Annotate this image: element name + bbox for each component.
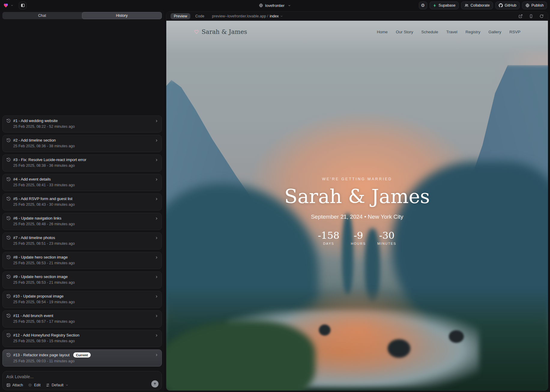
history-item-chevron-right-icon[interactable] xyxy=(155,275,159,279)
app-window: lovefrontier ⚙ Supabase Collaborate GitH… xyxy=(0,0,550,392)
history-item[interactable]: #7 - Add timeline photos 25 Feb 2025, 08… xyxy=(2,232,162,250)
history-item[interactable]: #3 - Fix: Resolve Lucide-react import er… xyxy=(2,154,162,172)
history-item[interactable]: #13 - Refactor index page layout Current… xyxy=(2,349,162,367)
sliders-icon xyxy=(46,383,50,387)
topbar-actions: ⚙ Supabase Collaborate GitHub Publish xyxy=(419,1,547,9)
history-clock-icon xyxy=(6,274,11,279)
history-item[interactable]: #5 - Add RSVP form and guest list 25 Feb… xyxy=(2,193,162,211)
site-nav-link[interactable]: Registry xyxy=(465,30,480,34)
site-nav-link[interactable]: Travel xyxy=(446,30,457,34)
history-item-chevron-right-icon[interactable] xyxy=(155,236,159,240)
history-clock-icon xyxy=(6,235,11,240)
refresh-icon[interactable] xyxy=(539,14,544,18)
history-item-chevron-right-icon[interactable] xyxy=(155,197,159,201)
history-item-timestamp: 25 Feb 2025, 08:43 - 30 minutes ago xyxy=(13,202,158,207)
send-button[interactable] xyxy=(151,380,159,388)
project-globe-icon xyxy=(259,3,263,7)
countdown-cell: -158 DAYS xyxy=(318,230,340,245)
history-item-chevron-right-icon[interactable] xyxy=(155,217,159,220)
mobile-view-icon[interactable] xyxy=(529,14,533,18)
history-item-chevron-right-icon[interactable] xyxy=(155,256,159,259)
supabase-button[interactable]: Supabase xyxy=(430,1,459,9)
history-clock-icon xyxy=(6,177,11,181)
site-nav-link[interactable]: Home xyxy=(377,30,388,34)
history-item-title: #9 - Update hero section image xyxy=(13,274,68,279)
history-clock-icon xyxy=(6,255,11,259)
logo-chevron-down-icon[interactable] xyxy=(11,4,14,7)
history-item[interactable]: #11 - Add brunch event 25 Feb 2025, 08:5… xyxy=(2,310,162,328)
site-brand[interactable]: Sarah & James xyxy=(194,28,247,35)
preview-url-path: index xyxy=(270,14,279,18)
history-item[interactable]: #2 - Add timeline section 25 Feb 2025, 0… xyxy=(2,135,162,152)
hero-title: Sarah & James xyxy=(166,185,548,208)
preview-panel: Preview Code preview--lovefrontier.lovab… xyxy=(166,11,548,391)
history-item[interactable]: #9 - Update hero section image 25 Feb 20… xyxy=(2,271,162,289)
tab-history[interactable]: History xyxy=(82,12,162,19)
site-nav-link[interactable]: Gallery xyxy=(488,30,501,34)
history-item-timestamp: 25 Feb 2025, 08:59 - 15 minutes ago xyxy=(13,339,158,343)
history-item-title: #2 - Add timeline section xyxy=(13,138,56,142)
mode-chevron-down-icon xyxy=(65,384,68,387)
sidebar: Chat History #1 - Add wedding website 25… xyxy=(0,11,164,392)
edit-select-icon xyxy=(28,383,32,387)
lovable-logo-heart-icon[interactable] xyxy=(3,3,9,8)
edit-button[interactable]: Edit xyxy=(28,383,41,387)
history-item-chevron-right-icon[interactable] xyxy=(155,334,159,337)
attach-button[interactable]: Attach xyxy=(6,383,23,387)
history-item[interactable]: #4 - Add event details 25 Feb 2025, 08:4… xyxy=(2,174,162,191)
arrow-up-icon xyxy=(153,382,157,386)
attach-image-icon xyxy=(6,383,11,387)
site-nav-link[interactable]: Schedule xyxy=(421,30,438,34)
brand-heart-icon xyxy=(194,29,199,34)
hero-subtitle: September 21, 2024 • New York City xyxy=(166,214,548,220)
topbar: lovefrontier ⚙ Supabase Collaborate GitH… xyxy=(0,0,550,11)
history-item-chevron-right-icon[interactable] xyxy=(155,158,159,162)
history-item[interactable]: #10 - Update proposal image 25 Feb 2025,… xyxy=(2,291,162,308)
composer-input[interactable]: Ask Lovable... xyxy=(6,374,158,379)
supabase-bolt-icon xyxy=(433,4,437,7)
history-clock-icon xyxy=(6,333,11,337)
hero-eyebrow: WE'RE GETTING MARRIED xyxy=(166,177,548,181)
history-item-chevron-right-icon[interactable] xyxy=(155,139,159,142)
site-nav-link[interactable]: RSVP xyxy=(509,30,521,34)
history-item-timestamp: 25 Feb 2025, 08:53 - 21 minutes ago xyxy=(13,280,158,285)
history-clock-icon xyxy=(6,313,11,318)
github-button[interactable]: GitHub xyxy=(495,1,520,9)
tab-chat[interactable]: Chat xyxy=(2,12,82,19)
sidebar-toggle-button[interactable] xyxy=(19,2,26,9)
history-item[interactable]: #6 - Update navigation links 25 Feb 2025… xyxy=(2,213,162,230)
topbar-left xyxy=(3,2,26,9)
site-nav-link[interactable]: Our Story xyxy=(396,30,413,34)
history-item-title: #6 - Update navigation links xyxy=(13,216,61,220)
site-nav: Home Our Story Schedule Travel Registry … xyxy=(377,30,520,34)
mode-select[interactable]: Default xyxy=(46,383,68,387)
history-item-chevron-right-icon[interactable] xyxy=(155,353,159,357)
open-external-icon[interactable] xyxy=(518,14,523,18)
history-item-title: #3 - Fix: Resolve Lucide-react import er… xyxy=(13,157,86,162)
chat-history-tabs: Chat History xyxy=(2,12,162,19)
history-item-chevron-right-icon[interactable] xyxy=(155,295,159,298)
history-item-title: #5 - Add RSVP form and guest list xyxy=(13,196,72,201)
hero-section: WE'RE GETTING MARRIED Sarah & James Sept… xyxy=(166,177,548,245)
history-item-title: #10 - Update proposal image xyxy=(13,294,64,298)
history-item-chevron-right-icon[interactable] xyxy=(155,314,159,318)
settings-gear-icon[interactable]: ⚙ xyxy=(419,1,427,9)
composer[interactable]: Ask Lovable... Attach Edit Default xyxy=(2,371,162,390)
countdown-cell: -30 MINUTES xyxy=(377,230,397,245)
history-item-chevron-right-icon[interactable] xyxy=(155,119,159,123)
history-item-title: #1 - Add wedding website xyxy=(13,118,58,123)
collaborate-button[interactable]: Collaborate xyxy=(461,1,493,9)
preview-toolbar: Preview Code preview--lovefrontier.lovab… xyxy=(166,12,548,21)
preview-url[interactable]: preview--lovefrontier.lovable.app / inde… xyxy=(212,14,283,18)
history-item-timestamp: 25 Feb 2025, 08:36 - 38 minutes ago xyxy=(13,144,158,148)
history-item[interactable]: #1 - Add wedding website 25 Feb 2025, 08… xyxy=(2,115,162,133)
tab-code[interactable]: Code xyxy=(195,14,204,18)
tab-preview[interactable]: Preview xyxy=(171,13,190,19)
github-icon xyxy=(499,3,503,7)
history-clock-icon xyxy=(6,353,11,357)
publish-button[interactable]: Publish xyxy=(522,1,547,9)
history-item[interactable]: #12 - Add Honeyfund Registry Section 25 … xyxy=(2,330,162,347)
project-switcher[interactable]: lovefrontier xyxy=(259,0,291,11)
history-item-chevron-right-icon[interactable] xyxy=(155,178,159,181)
history-item[interactable]: #8 - Update hero section image 25 Feb 20… xyxy=(2,252,162,269)
